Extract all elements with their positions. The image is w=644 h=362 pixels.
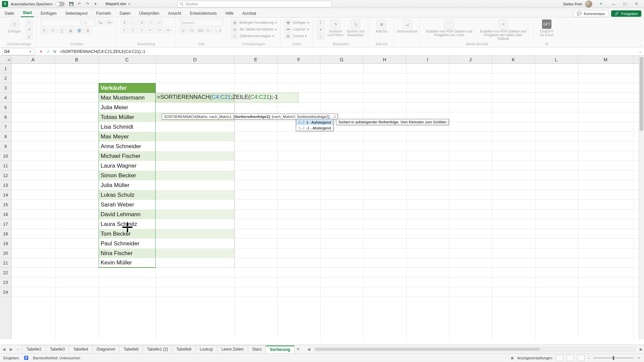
- comma-icon[interactable]: 000: [197, 27, 204, 34]
- row-header[interactable]: 16: [0, 209, 11, 219]
- table-cell[interactable]: [156, 190, 234, 200]
- column-header[interactable]: L: [535, 56, 578, 63]
- sheet-tab[interactable]: Tabelle2: [22, 346, 46, 353]
- align-left-icon[interactable]: ≡: [121, 27, 128, 33]
- merge-icon[interactable]: ⬌: [164, 27, 172, 33]
- vertical-scrollbar[interactable]: [639, 56, 644, 339]
- clear-icon[interactable]: ◇: [317, 34, 324, 40]
- decrease-indent-icon[interactable]: ⇤: [147, 27, 154, 33]
- number-format-select[interactable]: Standard: [179, 19, 223, 26]
- fx-icon[interactable]: fx: [53, 49, 56, 54]
- column-header[interactable]: G: [320, 56, 363, 63]
- share-button[interactable]: 🔗Freigeben: [611, 10, 641, 17]
- undo-icon[interactable]: ↶: [76, 1, 83, 7]
- pdf-share-outlook-button[interactable]: 📧Erstellen von PDF-Dateien und Freigeben…: [476, 19, 530, 41]
- name-box[interactable]: D4▼: [2, 48, 34, 55]
- close-icon[interactable]: ✕: [631, 0, 642, 8]
- table-cell[interactable]: Julia Meier: [99, 103, 156, 112]
- table-cell[interactable]: Anna Schneider: [99, 141, 156, 151]
- format-painter-icon[interactable]: 🖌: [25, 34, 33, 40]
- account-button[interactable]: Stefan Petri: [563, 0, 592, 8]
- row-header[interactable]: 15: [0, 200, 11, 209]
- column-header[interactable]: A: [11, 56, 55, 63]
- in-cell-formula-edit[interactable]: =SORTIERENNACH(C4:C21;ZEILE(C4:C21);-1: [157, 94, 278, 101]
- table-cell[interactable]: Laura Wagner: [99, 161, 156, 171]
- accessibility-icon[interactable]: ♿: [24, 356, 29, 360]
- table-cell[interactable]: [156, 200, 234, 209]
- delete-cells-button[interactable]: ➖Löschen ▾: [284, 26, 309, 32]
- column-header[interactable]: B: [55, 56, 99, 63]
- table-cell[interactable]: Kevin Müller: [99, 258, 156, 268]
- sheet-tab[interactable]: Tabelle1 (2): [143, 346, 172, 353]
- enter-formula-icon[interactable]: ✓: [45, 48, 52, 55]
- tab-datei[interactable]: Datei: [3, 10, 16, 17]
- font-size-input[interactable]: 11: [82, 19, 96, 26]
- decrease-decimal-icon[interactable]: ←.0: [214, 27, 222, 34]
- worksheet-grid[interactable]: ABCDEFGHIJKLM 12345678910111213141516171…: [0, 56, 644, 345]
- table-cell[interactable]: Julia Müller: [99, 180, 156, 190]
- qat-dropdown-icon[interactable]: ▾: [92, 1, 99, 7]
- row-header[interactable]: 14: [0, 190, 11, 200]
- table-cell[interactable]: [156, 258, 234, 268]
- row-header[interactable]: 4: [0, 93, 11, 103]
- table-cell[interactable]: Laura Schmitz: [99, 219, 156, 229]
- align-middle-icon[interactable]: ↕: [129, 19, 137, 25]
- copy-icon[interactable]: ⧉: [25, 26, 33, 33]
- column-header[interactable]: D: [156, 56, 234, 63]
- row-header[interactable]: 11: [0, 161, 11, 171]
- tab-ansicht[interactable]: Ansicht: [166, 10, 183, 17]
- sheet-tab[interactable]: Stars: [248, 346, 266, 353]
- expand-formula-bar-icon[interactable]: ⌄: [637, 49, 644, 54]
- comments-button[interactable]: 💬Kommentare: [573, 10, 608, 17]
- row-header[interactable]: 24: [0, 287, 11, 297]
- autocomplete-item[interactable]: (…)1 - Aufsteigend: [296, 119, 333, 125]
- tab-entwicklertools[interactable]: Entwicklertools: [188, 10, 219, 17]
- zoom-slider[interactable]: [593, 357, 634, 359]
- align-right-icon[interactable]: ≡: [138, 27, 146, 33]
- orientation-icon[interactable]: ⤢: [147, 19, 154, 25]
- tab-hilfe[interactable]: Hilfe: [223, 10, 235, 17]
- table-cell[interactable]: Paul Schneider: [99, 239, 156, 248]
- tab-formeln[interactable]: Formeln: [94, 10, 113, 17]
- increase-font-icon[interactable]: A▴: [97, 19, 104, 25]
- align-bottom-icon[interactable]: ⬇: [138, 19, 146, 25]
- table-cell[interactable]: Sarah Weber: [99, 200, 156, 209]
- find-select-button[interactable]: 🔍Suchen und Auswählen: [346, 19, 365, 37]
- bold-icon[interactable]: F: [41, 27, 48, 34]
- add-sheet-button[interactable]: ＋: [294, 346, 302, 353]
- row-header[interactable]: 19: [0, 239, 11, 248]
- autosave-toggle[interactable]: [55, 2, 65, 6]
- row-header[interactable]: 1: [0, 64, 11, 73]
- row-header[interactable]: 22: [0, 268, 11, 278]
- table-cell[interactable]: [156, 209, 234, 219]
- increase-decimal-icon[interactable]: .0→: [206, 27, 213, 34]
- increase-indent-icon[interactable]: ⇥: [156, 27, 163, 33]
- underline-icon[interactable]: U: [58, 27, 65, 34]
- maximize-icon[interactable]: ▢: [619, 0, 631, 8]
- format-as-table-button[interactable]: ▤Als Tabelle formatieren ▾: [231, 26, 277, 32]
- table-cell[interactable]: Max Mustermann: [99, 93, 156, 103]
- row-header[interactable]: 13: [0, 180, 11, 190]
- table-cell[interactable]: [156, 239, 234, 248]
- save-icon[interactable]: 💾: [68, 1, 75, 7]
- tab-einfuegen[interactable]: Einfügen: [39, 10, 58, 17]
- table-cell[interactable]: [156, 219, 234, 229]
- font-name-input[interactable]: [41, 19, 81, 26]
- sheet-tab[interactable]: Leere Zeilen: [217, 346, 248, 353]
- column-header[interactable]: J: [449, 56, 492, 63]
- sort-filter-button[interactable]: ⚗Sortieren und Filtern: [326, 19, 344, 37]
- italic-icon[interactable]: K: [49, 27, 57, 34]
- sheet-tab[interactable]: Tabelle4: [69, 346, 93, 353]
- fill-icon[interactable]: ▼: [317, 26, 324, 33]
- display-settings[interactable]: Anzeigeeinstellungen: [517, 356, 552, 360]
- sheet-tab[interactable]: Tabelle3: [46, 346, 69, 353]
- sheet-nav-prev-icon[interactable]: ◀: [0, 346, 7, 353]
- table-cell[interactable]: [156, 122, 234, 132]
- borders-icon[interactable]: ▦: [67, 27, 74, 34]
- row-header[interactable]: 17: [0, 219, 11, 229]
- sheet-nav-next-icon[interactable]: ▶: [7, 346, 15, 353]
- row-header[interactable]: 21: [0, 258, 11, 268]
- insert-cells-button[interactable]: ➕Einfügen ▾: [284, 19, 309, 25]
- font-color-icon[interactable]: A: [84, 27, 92, 34]
- table-cell[interactable]: [156, 248, 234, 258]
